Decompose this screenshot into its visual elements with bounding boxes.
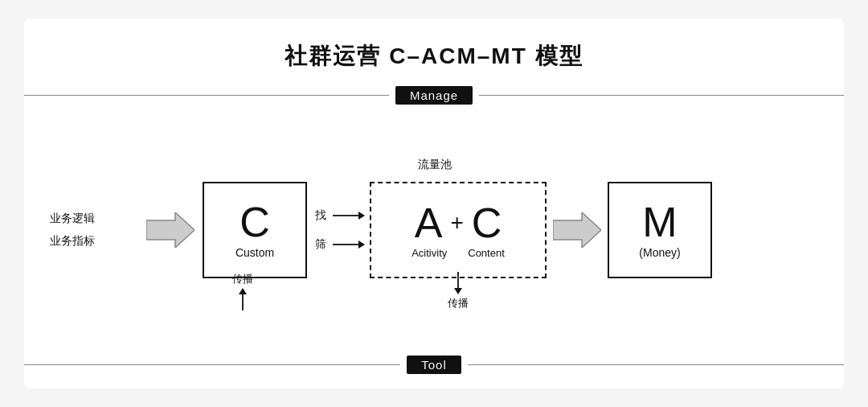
label-business-metric: 业务指标 <box>50 234 95 249</box>
ac-row: A + C <box>415 202 502 244</box>
spread-down-area: 传播 <box>448 272 469 310</box>
ac-box: A + C Acitivity Content <box>370 182 547 278</box>
find-screen-area: 找 筛 <box>315 208 365 252</box>
money-box: M (Money) <box>608 182 712 278</box>
manage-label: Manage <box>395 86 473 105</box>
screen-label: 筛 <box>315 237 328 252</box>
arrow-to-custom <box>146 212 194 248</box>
spread-down-label: 传播 <box>448 296 469 310</box>
svg-marker-5 <box>553 212 601 248</box>
svg-marker-2 <box>358 212 365 220</box>
manage-line-right <box>479 95 844 96</box>
page-title: 社群运营 C–ACM–MT 模型 <box>285 41 583 72</box>
up-arrow-icon <box>237 288 248 310</box>
manage-line-left <box>24 95 389 96</box>
content-label: Content <box>468 247 505 259</box>
label-business-logic: 业务逻辑 <box>50 212 95 226</box>
left-labels: 业务逻辑 业务指标 <box>50 212 95 249</box>
screen-arrow <box>333 239 365 250</box>
spread-up-label: 传播 <box>232 272 253 286</box>
svg-marker-7 <box>239 288 247 294</box>
arrow-to-money <box>553 212 601 248</box>
tool-label: Tool <box>407 356 461 374</box>
manage-row: Manage <box>24 86 844 105</box>
svg-marker-4 <box>358 240 365 249</box>
custom-sublabel: Custom <box>235 246 274 259</box>
activity-label: Acitivity <box>411 247 447 259</box>
diagram-area: 业务逻辑 业务指标 C Custom 找 筛 <box>24 105 844 356</box>
money-sublabel: (Money) <box>639 246 680 259</box>
custom-letter: C <box>240 201 270 243</box>
plus-sign: + <box>450 210 463 236</box>
tool-line-left <box>24 364 400 365</box>
main-card: 社群运营 C–ACM–MT 模型 Manage 业务逻辑 业务指标 C Cust… <box>24 18 844 388</box>
a-letter: A <box>415 202 443 244</box>
pool-label: 流量池 <box>418 158 452 172</box>
spread-up-area: 传播 <box>232 272 253 310</box>
svg-marker-9 <box>454 288 462 294</box>
custom-box: C Custom <box>203 182 307 278</box>
find-arrow <box>333 210 365 221</box>
down-arrow-icon <box>452 272 464 294</box>
c-letter: C <box>472 202 502 244</box>
tool-row: Tool <box>24 356 844 374</box>
tool-line-right <box>468 364 844 365</box>
money-letter: M <box>642 201 677 243</box>
ac-sublabels: Acitivity Content <box>411 247 505 259</box>
svg-marker-0 <box>146 212 194 248</box>
find-label: 找 <box>315 208 328 223</box>
